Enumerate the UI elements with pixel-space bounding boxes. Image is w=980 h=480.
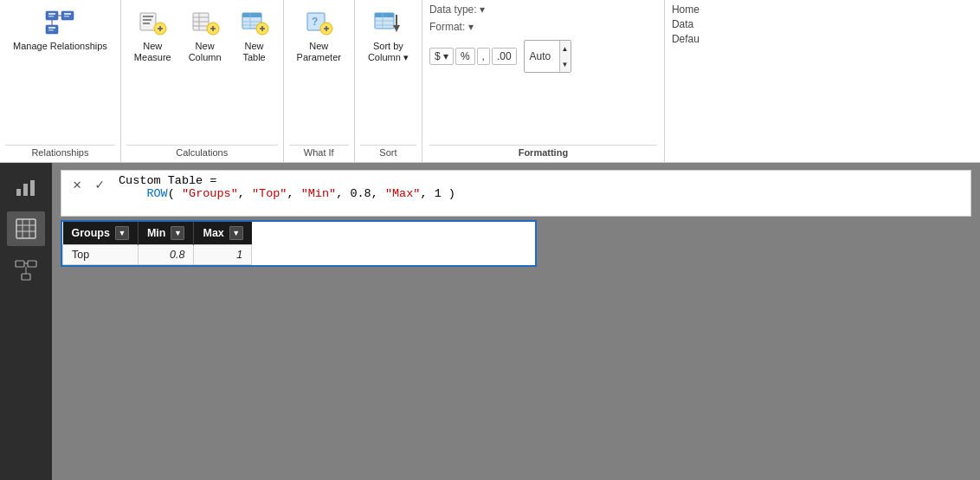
svg-rect-13	[143, 19, 152, 21]
new-column-button[interactable]: NewColumn	[181, 3, 229, 68]
formula-line2: ROW( "Groups", "Top", "Min", 0.8, "Max",…	[119, 187, 964, 200]
spinner-down[interactable]: ▼	[560, 56, 571, 72]
relationships-group-label: Relationships	[5, 145, 115, 160]
bar-chart-icon	[14, 175, 38, 199]
data-table-wrapper: Groups ▼ Min ▼ Max	[61, 220, 537, 267]
svg-rect-1	[48, 13, 55, 15]
svg-rect-8	[48, 29, 54, 31]
main-area: ✕ ✓ Custom Table = ROW( "Groups", "Top",…	[0, 163, 980, 480]
dollar-button[interactable]: $ ▾	[429, 48, 454, 65]
comma-button[interactable]: ,	[477, 48, 490, 65]
svg-rect-14	[143, 23, 150, 24]
svg-rect-5	[64, 16, 69, 17]
col-min-label: Min	[147, 227, 166, 239]
ribbon: Manage Relationships Relationships	[0, 0, 980, 163]
sort-group: Sort byColumn ▾ Sort	[355, 0, 422, 162]
col-max-label: Max	[203, 227, 223, 239]
data-label: Data	[672, 18, 727, 30]
format-buttons-row: $ ▾ % , .00 Auto ▲ ▼	[429, 40, 571, 73]
data-type-label: Data type: ▾	[429, 3, 490, 16]
percent-button[interactable]: %	[455, 48, 475, 65]
manage-relationships-button[interactable]: Manage Relationships	[5, 3, 115, 56]
formula-bar: ✕ ✓ Custom Table = ROW( "Groups", "Top",…	[61, 170, 971, 217]
sort-by-column-icon	[372, 8, 403, 39]
table-grid-icon	[14, 217, 38, 241]
relationships-group: Manage Relationships Relationships	[0, 0, 121, 162]
col-min-dropdown[interactable]: ▼	[171, 226, 184, 240]
col-max-dropdown[interactable]: ▼	[229, 226, 243, 240]
sort-by-column-button[interactable]: Sort byColumn ▾	[360, 3, 416, 68]
manage-relationships-icon	[44, 8, 75, 39]
sort-by-column-label: Sort byColumn ▾	[368, 41, 409, 63]
cell-min: 0.8	[138, 245, 194, 265]
formatting-group: Data type: ▾ Format: ▾ $ ▾ % , .00 Auto	[422, 0, 665, 162]
formula-confirm-button[interactable]: ✓	[91, 176, 108, 193]
sidebar-btn-model[interactable]	[7, 253, 45, 288]
sidebar	[0, 163, 52, 480]
home-label: Home	[672, 3, 727, 16]
data-type-row: Data type: ▾	[429, 3, 490, 16]
calculations-group-content: NewMeasure	[126, 3, 278, 143]
cell-groups: Top	[63, 245, 139, 265]
manage-relationships-label: Manage Relationships	[13, 41, 107, 52]
new-parameter-icon: ?	[303, 8, 334, 39]
whatif-group-content: ? NewParameter	[289, 3, 349, 143]
formula-arg-max: "Max"	[385, 187, 421, 200]
auto-spinner-arrows: ▲ ▼	[559, 41, 571, 72]
formula-actions: ✕ ✓	[68, 174, 108, 212]
calculations-group: NewMeasure	[121, 0, 284, 162]
formula-line1: Custom Table =	[119, 174, 964, 187]
formula-arg-1: 1	[435, 187, 442, 200]
new-parameter-label: NewParameter	[297, 41, 341, 63]
table-row: Top 0.8 1	[63, 245, 252, 265]
formatting-group-label: Formatting	[429, 145, 657, 160]
auto-value: Auto	[525, 50, 559, 62]
right-ribbon-group: Home Data Defau	[665, 0, 734, 162]
sidebar-btn-report[interactable]	[7, 170, 45, 204]
formula-paren-open	[175, 187, 182, 200]
new-measure-icon	[137, 8, 168, 39]
data-table: Groups ▼ Min ▼ Max	[62, 222, 252, 265]
whatif-group: ? NewParameter What If	[284, 0, 355, 162]
col-groups-label: Groups	[72, 227, 110, 239]
formula-cancel-button[interactable]: ✕	[68, 176, 86, 193]
formula-fn: ROW	[146, 187, 167, 200]
cell-max: 1	[194, 245, 252, 265]
new-parameter-button[interactable]: ? NewParameter	[289, 3, 349, 68]
formula-arg-groups: "Groups"	[182, 187, 238, 200]
col-header-max: Max ▼	[194, 222, 252, 245]
svg-text:?: ?	[312, 16, 318, 28]
new-measure-label: NewMeasure	[134, 41, 171, 63]
format-row: Format: ▾	[429, 21, 490, 33]
spinner-up[interactable]: ▲	[560, 41, 571, 56]
model-diagram-icon	[14, 258, 38, 282]
auto-spinner[interactable]: Auto ▲ ▼	[524, 40, 571, 73]
svg-rect-56	[22, 274, 30, 280]
svg-rect-2	[48, 16, 54, 17]
svg-rect-40	[375, 13, 394, 17]
svg-rect-48	[30, 180, 35, 196]
new-table-button[interactable]: NewTable	[231, 3, 278, 68]
default-label: Defau	[672, 33, 727, 45]
sidebar-btn-data[interactable]	[7, 211, 45, 246]
svg-rect-12	[143, 16, 153, 17]
new-column-label: NewColumn	[189, 41, 222, 63]
formula-arg-08: 0.8	[350, 187, 371, 200]
sort-group-label: Sort	[360, 145, 416, 160]
decimal-button[interactable]: .00	[492, 48, 517, 65]
calculations-group-label: Calculations	[126, 145, 278, 160]
ribbon-toolbar: Manage Relationships Relationships	[0, 0, 980, 162]
svg-rect-49	[16, 219, 35, 238]
formula-arg-top: "Top"	[252, 187, 287, 200]
new-measure-button[interactable]: NewMeasure	[126, 3, 179, 68]
svg-rect-7	[48, 27, 55, 29]
svg-rect-4	[64, 13, 71, 15]
sort-group-content: Sort byColumn ▾	[360, 3, 416, 143]
new-table-icon	[239, 8, 270, 39]
svg-rect-54	[16, 261, 24, 267]
whatif-group-label: What If	[289, 145, 349, 160]
new-column-icon	[190, 8, 221, 39]
col-groups-dropdown[interactable]: ▼	[115, 226, 129, 240]
svg-rect-46	[16, 189, 21, 196]
formula-arg-min: "Min"	[301, 187, 337, 200]
